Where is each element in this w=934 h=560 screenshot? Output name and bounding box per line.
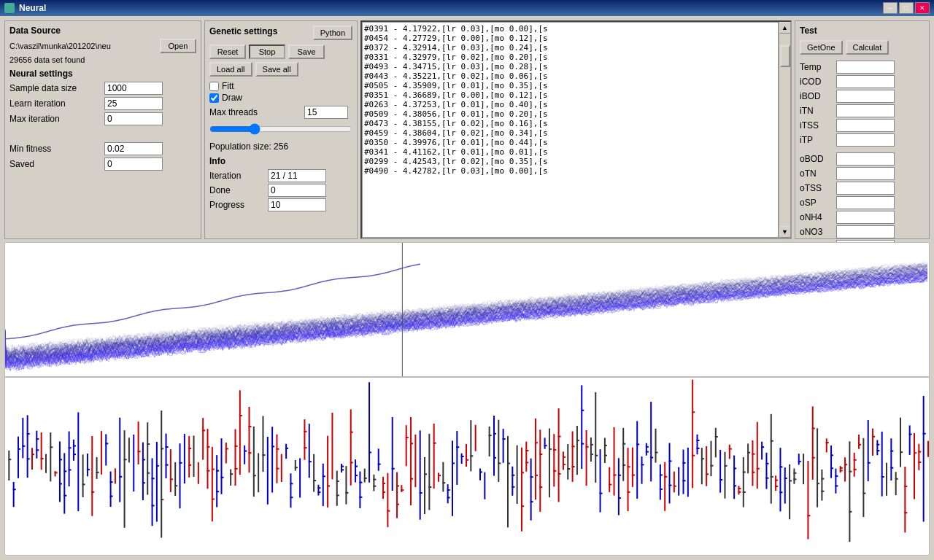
draw-checkbox-row: Draw: [209, 93, 352, 103]
iteration-row: Iteration: [209, 169, 352, 182]
test-field-input-otss[interactable]: [836, 182, 895, 195]
saved-input[interactable]: [104, 158, 163, 171]
test-field-input-itss[interactable]: [836, 119, 895, 132]
test-field-input-otn[interactable]: [836, 167, 895, 180]
test-field-row-ono3: oNO3: [800, 225, 925, 238]
fitt-checkbox[interactable]: [209, 82, 219, 91]
log-entry: #0331 - 4.32979,[lr 0.02],[mo 0.20],[s: [364, 52, 776, 62]
save-all-button[interactable]: Save all: [255, 62, 298, 77]
calculate-button[interactable]: Calculat: [846, 40, 889, 55]
test-field-row-obod: oBOD: [800, 152, 925, 166]
test-buttons: GetOne Calculat: [800, 40, 925, 55]
save-button[interactable]: Save: [288, 44, 325, 59]
population-label: Population size: 256: [209, 141, 352, 152]
bottom-chart-canvas: [5, 378, 929, 555]
test-field-row-itss: iTSS: [800, 119, 925, 132]
left-panel: Data Source C:\vaszil\munka\201202\neu O…: [4, 20, 201, 239]
draw-checkbox[interactable]: [209, 93, 219, 103]
max-iter-input[interactable]: [104, 112, 163, 125]
test-field-label-ono3: oNO3: [800, 227, 836, 237]
get-one-button[interactable]: GetOne: [800, 40, 843, 55]
test-field-label-onh4: oNH4: [800, 212, 836, 222]
neural-settings-label: Neural settings: [9, 69, 196, 79]
data-source-row: C:\vaszil\munka\201202\neu Open: [9, 39, 196, 53]
min-fitness-label: Min fitness: [9, 144, 104, 154]
log-scrollbar: ▲ ▼: [779, 22, 790, 238]
scroll-thumb[interactable]: [780, 45, 790, 67]
found-text: 29656 data set found: [9, 55, 196, 64]
info-label: Info: [209, 156, 352, 166]
right-panel: Test GetOne Calculat TempiCODiBODiTNiTSS…: [795, 20, 930, 239]
log-entry: #0350 - 4.39976,[lr 0.01],[mo 0.44],[s: [364, 138, 776, 147]
iteration-label: Iteration: [209, 171, 268, 181]
progress-input[interactable]: [268, 198, 326, 211]
genetic-buttons-row1: Reset Stop Save: [209, 44, 352, 59]
learn-iter-input[interactable]: [104, 97, 163, 110]
genetic-settings-label: Genetic settings: [209, 26, 277, 36]
log-entry: #0459 - 4.38604,[lr 0.02],[mo 0.34],[s: [364, 128, 776, 138]
log-entry: #0391 - 4.17922,[lr 0.03],[mo 0.00],[s: [364, 24, 776, 34]
test-field-input-itn[interactable]: [836, 104, 895, 117]
close-button[interactable]: ✕: [915, 2, 930, 14]
done-input[interactable]: [268, 184, 326, 197]
test-field-input-icod[interactable]: [836, 75, 895, 88]
test-field-input-ibod[interactable]: [836, 90, 895, 103]
log-panel[interactable]: #0391 - 4.17922,[lr 0.03],[mo 0.00],[s#0…: [362, 22, 779, 238]
draw-label: Draw: [222, 93, 242, 103]
max-iter-row: Max iteration: [9, 112, 196, 125]
test-label: Test: [800, 26, 925, 36]
test-field-label-otn: oTN: [800, 168, 836, 179]
log-entry: #0341 - 4.41162,[lr 0.01],[mo 0.01],[s: [364, 147, 776, 157]
open-button[interactable]: Open: [160, 39, 196, 53]
test-fields-container: TempiCODiBODiTNiTSSiTPoBODoTNoTSSoSPoNH4…: [800, 61, 925, 253]
sample-size-input[interactable]: [104, 82, 163, 95]
sample-size-label: Sample data size: [9, 83, 104, 93]
load-all-button[interactable]: Load all: [209, 62, 252, 77]
threads-slider[interactable]: [209, 123, 352, 135]
log-panel-wrapper: #0391 - 4.17922,[lr 0.03],[mo 0.00],[s#0…: [360, 20, 792, 239]
reset-button[interactable]: Reset: [209, 44, 246, 59]
test-field-row-itp: iTP: [800, 133, 925, 147]
test-field-input-onh4[interactable]: [836, 211, 895, 224]
test-field-label-ibod: iBOD: [800, 91, 836, 101]
test-field-row-otn: oTN: [800, 167, 925, 180]
maximize-button[interactable]: □: [899, 2, 914, 14]
test-field-label-itp: iTP: [800, 135, 836, 145]
test-field-input-osp[interactable]: [836, 196, 895, 209]
max-threads-input[interactable]: [304, 106, 348, 119]
python-button[interactable]: Python: [313, 26, 352, 40]
log-entry: #0505 - 4.35909,[lr 0.01],[mo 0.35],[s: [364, 81, 776, 90]
min-fitness-row: Min fitness: [9, 142, 196, 155]
top-chart-canvas: [5, 243, 929, 376]
saved-label: Saved: [9, 159, 104, 169]
charts-section: [4, 242, 930, 556]
test-field-label-itss: iTSS: [800, 120, 836, 131]
min-fitness-input[interactable]: [104, 142, 163, 155]
test-field-row-onh4: oNH4: [800, 211, 925, 224]
title-bar-buttons: ─ □ ✕: [883, 2, 930, 14]
test-field-row-temp: Temp: [800, 61, 925, 74]
app-title: Neural: [19, 3, 46, 13]
minimize-button[interactable]: ─: [883, 2, 898, 14]
test-field-row-otss: oTSS: [800, 182, 925, 195]
middle-panel: Genetic settings Python Reset Stop Save …: [204, 20, 358, 239]
test-field-label-otss: oTSS: [800, 183, 836, 193]
main-container: Data Source C:\vaszil\munka\201202\neu O…: [0, 16, 934, 560]
test-field-input-temp[interactable]: [836, 61, 895, 74]
scroll-down-arrow[interactable]: ▼: [779, 226, 791, 238]
test-field-input-ono3[interactable]: [836, 225, 895, 238]
stop-button[interactable]: Stop: [249, 44, 285, 59]
test-field-input-itp[interactable]: [836, 133, 895, 147]
test-field-row-osp: oSP: [800, 196, 925, 209]
app-icon: [4, 3, 15, 13]
max-threads-label: Max threads: [209, 107, 304, 117]
top-section: Data Source C:\vaszil\munka\201202\neu O…: [4, 20, 930, 239]
test-field-label-osp: oSP: [800, 198, 836, 208]
done-label: Done: [209, 185, 268, 195]
iteration-input[interactable]: [268, 169, 326, 182]
log-entry: #0454 - 4.27729,[lr 0.00],[mo 0.12],[s: [364, 34, 776, 43]
progress-label: Progress: [209, 200, 268, 210]
log-entry: #0490 - 4.42782,[lr 0.03],[mo 0.00],[s: [364, 166, 776, 176]
scroll-up-arrow[interactable]: ▲: [779, 22, 791, 34]
test-field-input-obod[interactable]: [836, 152, 895, 166]
